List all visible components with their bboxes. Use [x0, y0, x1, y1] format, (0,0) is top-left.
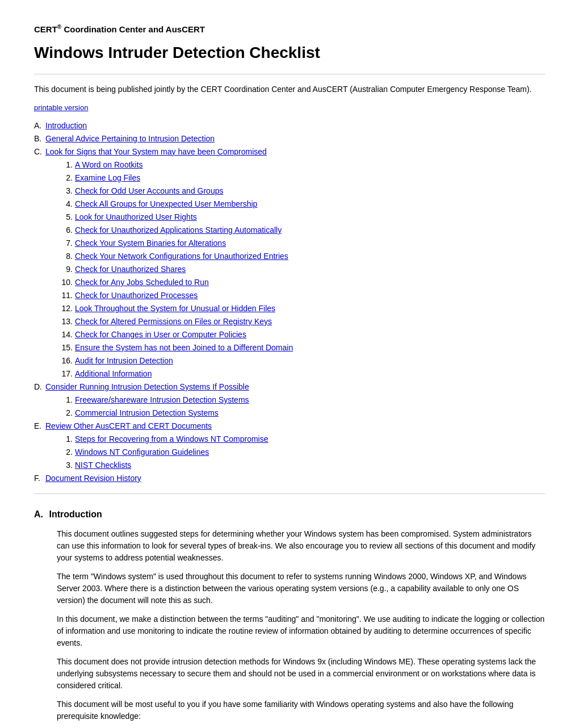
toc-sub-link[interactable]: Check for Altered Permissions on Files o… — [75, 317, 272, 326]
toc-sub-num: 9. — [57, 263, 73, 275]
toc-sub-num: 3. — [57, 459, 73, 471]
toc-sub-item: 12.Look Throughout the System for Unusua… — [57, 303, 545, 315]
toc-sub-item: 14.Check for Changes in User or Computer… — [57, 329, 545, 341]
toc-item: C.Look for Signs that Your System may ha… — [34, 146, 545, 380]
toc-sub-link[interactable]: Check for Unauthorized Applications Star… — [75, 225, 282, 235]
toc-sub-num: 1. — [57, 159, 73, 171]
toc-sub-num: 5. — [57, 211, 73, 223]
toc-item: B.General Advice Pertaining to Intrusion… — [34, 133, 545, 145]
toc-sublist: 1.A Word on Rootkits2.Examine Log Files3… — [34, 159, 545, 380]
toc-sub-link[interactable]: Check Your Network Configurations for Un… — [75, 252, 288, 261]
section-a-label: A. — [34, 509, 43, 519]
toc-sub-item: 17.Additional Information — [57, 368, 545, 380]
intro-para: This document does not provide intrusion… — [57, 656, 545, 692]
toc-sub-link[interactable]: Check for Unauthorized Shares — [75, 265, 186, 274]
intro-para: This document outlines suggested steps f… — [57, 528, 545, 564]
toc-sub-num: 17. — [57, 368, 73, 380]
toc-sub-link[interactable]: Steps for Recovering from a Windows NT C… — [75, 434, 268, 444]
toc-sub-num: 1. — [57, 433, 73, 445]
toc-alpha: D. — [34, 381, 45, 393]
toc-sub-num: 13. — [57, 316, 73, 328]
toc-sub-link[interactable]: NIST Checklists — [75, 461, 131, 470]
toc-item: E.Review Other AusCERT and CERT Document… — [34, 420, 545, 471]
toc-link[interactable]: Review Other AusCERT and CERT Documents — [45, 421, 212, 430]
toc-item: A.Introduction — [34, 120, 545, 132]
toc-sub-item: 16.Audit for Intrusion Detection — [57, 355, 545, 367]
toc-alpha: F. — [34, 472, 45, 484]
org-header: CERT® Coordination Center and AusCERT Wi… — [34, 23, 545, 65]
top-divider — [34, 74, 545, 74]
toc-item: D.Consider Running Intrusion Detection S… — [34, 381, 545, 419]
intro-para: In this document, we make a distinction … — [57, 613, 545, 649]
toc-sub-item: 13.Check for Altered Permissions on File… — [57, 316, 545, 328]
toc-sub-item: 10.Check for Any Jobs Scheduled to Run — [57, 277, 545, 288]
section-intro: A. Introduction This document outlines s… — [34, 508, 545, 728]
toc-alpha: A. — [34, 120, 45, 132]
toc-sub-item: 8.Check Your Network Configurations for … — [57, 250, 545, 262]
toc-sub-num: 15. — [57, 342, 73, 354]
toc-sub-num: 12. — [57, 303, 73, 315]
toc-sub-item: 2.Windows NT Configuration Guidelines — [57, 446, 545, 458]
toc-sub-item: 9.Check for Unauthorized Shares — [57, 263, 545, 275]
toc-link[interactable]: Introduction — [45, 121, 87, 130]
toc-link[interactable]: Document Revision History — [45, 474, 141, 483]
org-name: CERT® Coordination Center and AusCERT — [34, 23, 545, 36]
toc-sub-item: 3.Check for Odd User Accounts and Groups — [57, 185, 545, 197]
toc-sub-num: 3. — [57, 185, 73, 197]
toc-alpha: E. — [34, 420, 45, 432]
toc-sub-link[interactable]: Audit for Intrusion Detection — [75, 356, 173, 365]
section-a-title: A. Introduction — [34, 508, 545, 521]
toc-sub-num: 7. — [57, 237, 73, 249]
toc-list: A.IntroductionB.General Advice Pertainin… — [34, 120, 545, 484]
toc-sub-num: 8. — [57, 250, 73, 262]
toc-sub-num: 2. — [57, 407, 73, 419]
toc-sub-link[interactable]: Windows NT Configuration Guidelines — [75, 447, 209, 457]
toc-sub-item: 4.Check All Groups for Unexpected User M… — [57, 198, 545, 210]
toc-sub-num: 16. — [57, 355, 73, 367]
bottom-toc-divider — [34, 493, 545, 494]
toc-sub-link[interactable]: Freeware/shareware Intrusion Detection S… — [75, 395, 249, 404]
toc-alpha: B. — [34, 133, 45, 145]
toc-item: F.Document Revision History — [34, 472, 545, 484]
toc-link[interactable]: Consider Running Intrusion Detection Sys… — [45, 382, 249, 391]
toc-sub-item: 2.Examine Log Files — [57, 172, 545, 184]
toc-sub-num: 10. — [57, 277, 73, 288]
toc-sub-link[interactable]: Additional Information — [75, 369, 152, 378]
toc-sub-item: 3.NIST Checklists — [57, 459, 545, 471]
toc-sub-link[interactable]: Check for Changes in User or Computer Po… — [75, 330, 246, 339]
toc-sub-num: 2. — [57, 172, 73, 184]
toc-sub-num: 6. — [57, 224, 73, 236]
toc-alpha: C. — [34, 146, 45, 158]
toc-sub-item: 1.Freeware/shareware Intrusion Detection… — [57, 394, 545, 406]
org-suffix: Coordination Center and AusCERT — [61, 24, 205, 34]
toc-sub-link[interactable]: Check for Unauthorized Processes — [75, 291, 198, 300]
toc-sublist: 1.Freeware/shareware Intrusion Detection… — [34, 394, 545, 419]
toc-sub-link[interactable]: Check All Groups for Unexpected User Mem… — [75, 199, 257, 208]
toc-sub-link[interactable]: Check Your System Binaries for Alteratio… — [75, 239, 226, 248]
toc-sub-link[interactable]: A Word on Rootkits — [75, 160, 143, 169]
toc-sub-link[interactable]: Check for Odd User Accounts and Groups — [75, 186, 223, 195]
intro-para: The term "Windows system" is used throug… — [57, 571, 545, 606]
org-cert: CERT — [34, 24, 57, 34]
toc-sublist: 1.Steps for Recovering from a Windows NT… — [34, 433, 545, 471]
toc-sub-link[interactable]: Ensure the System has not been Joined to… — [75, 343, 293, 352]
toc-sub-num: 11. — [57, 290, 73, 302]
toc-sub-item: 11.Check for Unauthorized Processes — [57, 290, 545, 302]
toc-sub-link[interactable]: Look for Unauthorized User Rights — [75, 212, 197, 221]
toc-sub-num: 4. — [57, 198, 73, 210]
toc-sub-link[interactable]: Examine Log Files — [75, 173, 140, 182]
toc-sub-link[interactable]: Look Throughout the System for Unusual o… — [75, 304, 275, 313]
printable-link[interactable]: printable version — [34, 102, 545, 114]
toc-sub-link[interactable]: Commercial Intrusion Detection Systems — [75, 408, 219, 417]
toc-sub-item: 5.Look for Unauthorized User Rights — [57, 211, 545, 223]
toc-link[interactable]: Look for Signs that Your System may have… — [45, 147, 267, 156]
toc-link[interactable]: General Advice Pertaining to Intrusion D… — [45, 134, 215, 143]
section-a-body: This document outlines suggested steps f… — [34, 528, 545, 728]
toc-sub-item: 15.Ensure the System has not been Joined… — [57, 342, 545, 354]
intro-paragraph: This document is being published jointly… — [34, 83, 545, 95]
intro-para: This document will be most useful to you… — [57, 698, 545, 722]
toc-sub-item: 7.Check Your System Binaries for Alterat… — [57, 237, 545, 249]
page-title: Windows Intruder Detection Checklist — [34, 41, 545, 65]
toc-sub-link[interactable]: Check for Any Jobs Scheduled to Run — [75, 278, 209, 287]
toc-sub-num: 2. — [57, 446, 73, 458]
